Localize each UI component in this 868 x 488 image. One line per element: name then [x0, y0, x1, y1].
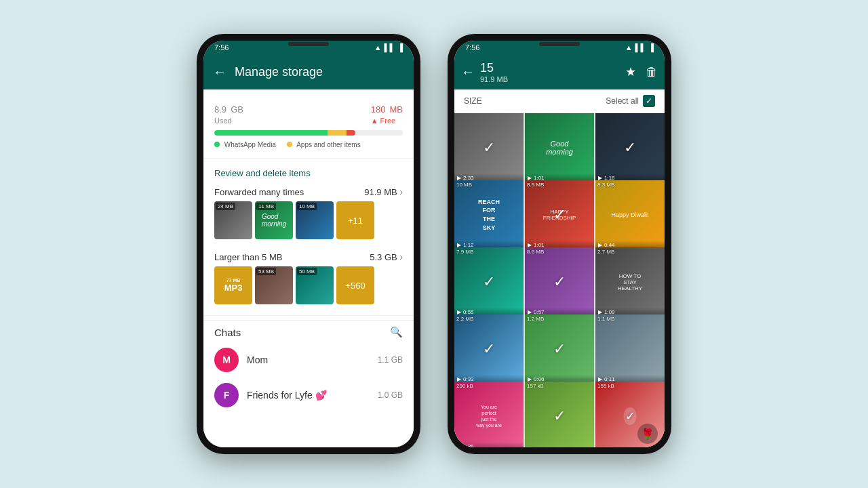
thumb-label-5: 50 MB — [297, 268, 317, 275]
chats-header: Chats 🔍 — [203, 320, 414, 342]
diwali-text: Happy Diwali! — [611, 211, 648, 218]
size-label-9: 2.2 MB — [456, 316, 473, 322]
thumb-forwarded-2[interactable]: 11 MB Goodmorning — [255, 201, 293, 239]
grid-cell-13[interactable]: 157 kB ✓ — [525, 382, 594, 447]
status-icons-2: ▲ ▌▌ ▐ — [625, 43, 654, 52]
signal-icon: ▌▌ — [384, 43, 395, 52]
media-grid: ✓ ▶ 2:33 Goodmorning ▶ 1:01 ✓ — [454, 113, 665, 447]
select-all-row[interactable]: Select all ✓ — [606, 95, 655, 107]
chat-item-friends[interactable]: F Friends for Lyfe 💕 1.0 GB — [203, 378, 414, 413]
grid-cell-0[interactable]: ✓ ▶ 2:33 — [454, 113, 524, 182]
forwarded-section-header[interactable]: Forwarded many times 91.9 MB › — [203, 181, 414, 201]
app-bar-2: ← 15 91.9 MB ★ 🗑 — [454, 54, 665, 89]
you-are-perfect: You areperfectjust theway you are — [476, 404, 502, 428]
review-link[interactable]: Review and delete items — [203, 163, 414, 181]
storage-used-value: 8.9 GB — [214, 99, 243, 116]
grid-cell-3[interactable]: 10 MB REACHFORTHESKY ▶ 1:12 — [454, 180, 524, 249]
check-2: ✓ — [624, 139, 636, 157]
mp3-size: 77 MB — [226, 278, 241, 283]
check-4: ✓ — [553, 206, 566, 224]
plus-count-2: +560 — [345, 281, 365, 291]
wifi-icon: ▲ — [374, 43, 382, 52]
larger-section-header[interactable]: Larger than 5 MB 5.3 GB › — [203, 246, 414, 266]
storage-bar — [214, 130, 403, 136]
star-button[interactable]: ★ — [625, 64, 636, 79]
grid-cell-1[interactable]: Goodmorning ▶ 1:01 — [525, 113, 594, 182]
phone-2-screen: 7:56 ▲ ▌▌ ▐ ← 15 91.9 MB ★ 🗑 — [454, 41, 665, 447]
grid-cell-12[interactable]: 290 kB You areperfectjust theway you are… — [454, 382, 524, 447]
chat-size-mom: 1.1 GB — [378, 355, 403, 365]
thumb-larger-plus[interactable]: +560 — [336, 266, 374, 304]
good-morning-text: Goodmorning — [262, 213, 286, 228]
thumb-forwarded-1[interactable]: 24 MB — [214, 201, 252, 239]
wifi-icon-2: ▲ — [625, 43, 633, 52]
thumb-label-4: 53 MB — [256, 268, 276, 275]
search-icon[interactable]: 🔍 — [390, 326, 403, 338]
thumb-larger-1[interactable]: 77 MB MP3 — [214, 266, 252, 304]
selected-size: 91.9 MB — [480, 75, 625, 83]
grid-cell-4[interactable]: 8.9 MB HAPPYFRIENDSHIP ✓ ▶ 1:01 — [525, 180, 594, 249]
size-label-14: 155 kB — [597, 383, 614, 389]
grid-cell-11[interactable]: 1.1 MB ▶ 0:11 — [595, 314, 665, 384]
storage-legend: WhatsApp Media Apps and other items — [214, 141, 403, 148]
grid-cell-14[interactable]: 155 kB 🌹 ✓ — [595, 382, 665, 447]
thumb-larger-3[interactable]: 50 MB — [296, 266, 334, 304]
forwarded-thumbs: 24 MB 11 MB Goodmorning 10 MB +11 — [203, 201, 414, 246]
bar-free — [347, 130, 356, 136]
forwarded-title: Forwarded many times — [214, 187, 304, 197]
video-icon-12: ▶ — [457, 443, 461, 447]
app-bar-2-info: 15 91.9 MB — [475, 61, 625, 83]
grid-cell-5[interactable]: 8.3 MB Happy Diwali! ▶ 0:44 — [595, 180, 665, 249]
status-icons-1: ▲ ▌▌ ▐ — [374, 43, 403, 52]
legend-whatsapp: WhatsApp Media — [214, 141, 276, 148]
mp3-label: MP3 — [224, 283, 243, 293]
good-morning-grid: Goodmorning — [545, 138, 574, 157]
back-button-1[interactable]: ← — [213, 64, 226, 80]
check-10: ✓ — [553, 340, 566, 358]
check-14: ✓ — [624, 407, 637, 425]
forwarded-size: 91.9 MB › — [364, 186, 403, 197]
chat-item-mom[interactable]: M Mom 1.1 GB — [203, 342, 414, 378]
grid-cell-9[interactable]: 2.2 MB ✓ ▶ 0:33 — [454, 314, 524, 384]
selected-count: 15 — [480, 61, 625, 75]
legend-apps-label: Apps and other items — [296, 141, 361, 148]
plus-count-1: +11 — [348, 216, 363, 226]
check-0: ✓ — [483, 139, 495, 157]
battery-icon-2: ▐ — [648, 43, 654, 52]
grid-cell-2[interactable]: ✓ ▶ 1:16 — [595, 113, 665, 182]
thumb-forwarded-plus[interactable]: +11 — [336, 201, 374, 239]
size-label-13: 157 kB — [527, 383, 544, 389]
select-all-checkbox[interactable]: ✓ — [643, 95, 655, 107]
select-all-label: Select all — [606, 96, 639, 106]
storage-info: 8.9 GB Used 180 MB ▲ Free — [203, 89, 414, 154]
thumb-larger-2[interactable]: 53 MB — [255, 266, 293, 304]
avatar-mom: M — [214, 348, 239, 372]
check-9: ✓ — [483, 340, 495, 358]
storage-numbers: 8.9 GB Used 180 MB ▲ Free — [214, 99, 403, 125]
bar-apps — [328, 130, 347, 136]
whatsapp-dot — [214, 142, 220, 147]
thumb-forwarded-3[interactable]: 10 MB — [296, 201, 334, 239]
duration-12: 0:36 — [463, 443, 474, 447]
avatar-friends: F — [214, 383, 239, 407]
storage-free-section: 180 MB ▲ Free — [371, 99, 403, 125]
divider-1 — [203, 158, 414, 159]
size-label-12: 290 kB — [456, 383, 473, 389]
grid-cell-8[interactable]: 2.7 MB HOW TOSTAYHEALTHY ▶ 1:09 — [595, 247, 665, 317]
screen-1-content: 8.9 GB Used 180 MB ▲ Free — [203, 89, 414, 447]
larger-thumbs: 77 MB MP3 53 MB 50 MB +560 — [203, 266, 414, 311]
chat-name-friends: Friends for Lyfe 💕 — [247, 390, 370, 401]
size-label-7: 8.6 MB — [527, 249, 544, 255]
apps-dot — [287, 142, 292, 147]
grid-cell-6[interactable]: 7.9 MB ✓ ▶ 0:55 — [454, 247, 524, 317]
larger-size: 5.3 GB › — [370, 251, 403, 262]
app-bar-1: ← Manage storage — [203, 54, 414, 89]
grid-cell-10[interactable]: 1.2 MB ✓ ▶ 0:06 — [525, 314, 594, 384]
back-button-2[interactable]: ← — [461, 64, 475, 80]
delete-button[interactable]: 🗑 — [646, 65, 658, 79]
size-label-11: 1.1 MB — [597, 316, 614, 322]
rose-emoji: 🌹 — [641, 428, 654, 441]
grid-cell-7[interactable]: 8.6 MB ✓ ▶ 0:57 — [525, 247, 594, 317]
size-select-bar: SIZE Select all ✓ — [454, 89, 665, 113]
overlay-12: ▶ 0:36 — [454, 442, 524, 447]
